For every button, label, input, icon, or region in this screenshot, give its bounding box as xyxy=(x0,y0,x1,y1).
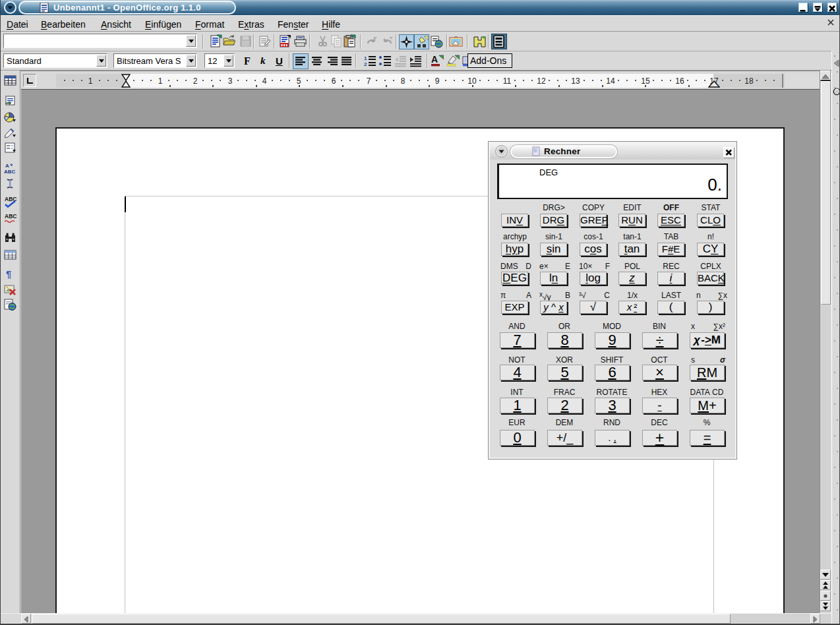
svg-text:¶: ¶ xyxy=(6,268,11,280)
svg-text:A: A xyxy=(5,163,9,169)
svg-text:ABC: ABC xyxy=(5,213,16,220)
svg-text:1: 1 xyxy=(364,55,367,61)
svg-text:ABC: ABC xyxy=(4,169,16,175)
svg-text:A: A xyxy=(431,54,438,65)
svg-text:2: 2 xyxy=(364,61,367,67)
